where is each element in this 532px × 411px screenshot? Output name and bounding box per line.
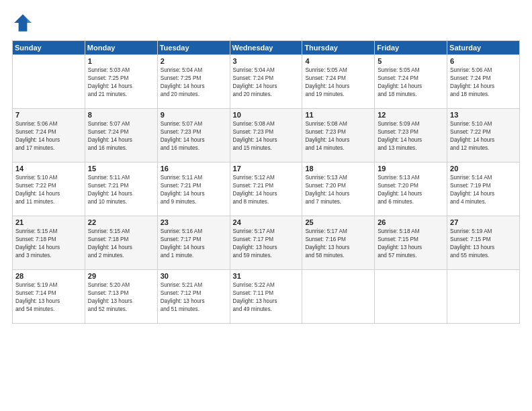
day-number: 22 <box>88 218 154 226</box>
calendar-cell <box>13 55 85 109</box>
day-info: Sunrise: 5:11 AMSunset: 7:21 PMDaylight:… <box>88 174 154 206</box>
calendar-cell: 24Sunrise: 5:17 AMSunset: 7:17 PMDayligh… <box>230 216 302 270</box>
calendar-cell: 12Sunrise: 5:09 AMSunset: 7:23 PMDayligh… <box>375 109 447 163</box>
calendar-cell: 5Sunrise: 5:05 AMSunset: 7:24 PMDaylight… <box>375 55 447 109</box>
day-info: Sunrise: 5:21 AMSunset: 7:12 PMDaylight:… <box>161 281 227 314</box>
calendar-header-tuesday: Tuesday <box>157 41 230 55</box>
calendar-cell: 15Sunrise: 5:11 AMSunset: 7:21 PMDayligh… <box>85 163 157 216</box>
calendar-cell: 23Sunrise: 5:16 AMSunset: 7:17 PMDayligh… <box>157 216 230 270</box>
day-number: 7 <box>15 111 82 119</box>
calendar-table: SundayMondayTuesdayWednesdayThursdayFrid… <box>12 40 520 324</box>
calendar-header-friday: Friday <box>375 41 447 55</box>
calendar-cell <box>375 270 447 324</box>
calendar-cell: 10Sunrise: 5:08 AMSunset: 7:23 PMDayligh… <box>230 109 302 163</box>
day-number: 17 <box>233 165 300 173</box>
calendar-cell: 4Sunrise: 5:05 AMSunset: 7:24 PMDaylight… <box>302 55 375 109</box>
day-number: 27 <box>450 218 517 226</box>
day-info: Sunrise: 5:07 AMSunset: 7:23 PMDaylight:… <box>161 120 227 152</box>
day-number: 16 <box>161 165 227 173</box>
day-number: 3 <box>233 57 300 65</box>
day-info: Sunrise: 5:05 AMSunset: 7:24 PMDaylight:… <box>305 66 371 99</box>
day-info: Sunrise: 5:10 AMSunset: 7:22 PMDaylight:… <box>450 120 517 152</box>
calendar-header-sunday: Sunday <box>13 41 85 55</box>
day-info: Sunrise: 5:03 AMSunset: 7:25 PMDaylight:… <box>88 66 154 99</box>
day-info: Sunrise: 5:07 AMSunset: 7:24 PMDaylight:… <box>88 120 154 152</box>
day-number: 19 <box>378 165 444 173</box>
calendar-header-saturday: Saturday <box>447 41 520 55</box>
calendar-cell: 25Sunrise: 5:17 AMSunset: 7:16 PMDayligh… <box>302 216 375 270</box>
calendar-week-row: 28Sunrise: 5:19 AMSunset: 7:14 PMDayligh… <box>13 270 520 324</box>
calendar-week-row: 7Sunrise: 5:06 AMSunset: 7:24 PMDaylight… <box>13 109 520 163</box>
calendar-cell: 21Sunrise: 5:15 AMSunset: 7:18 PMDayligh… <box>13 216 85 270</box>
day-number: 28 <box>15 272 82 280</box>
day-number: 4 <box>305 57 371 65</box>
calendar-cell: 26Sunrise: 5:18 AMSunset: 7:15 PMDayligh… <box>375 216 447 270</box>
day-info: Sunrise: 5:19 AMSunset: 7:14 PMDaylight:… <box>15 281 82 314</box>
calendar-cell: 9Sunrise: 5:07 AMSunset: 7:23 PMDaylight… <box>157 109 230 163</box>
day-number: 13 <box>450 111 517 119</box>
day-number: 6 <box>450 57 517 65</box>
day-number: 11 <box>305 111 371 119</box>
calendar-cell: 27Sunrise: 5:19 AMSunset: 7:15 PMDayligh… <box>447 216 520 270</box>
day-number: 14 <box>15 165 82 173</box>
day-info: Sunrise: 5:18 AMSunset: 7:15 PMDaylight:… <box>378 228 444 260</box>
calendar-cell: 2Sunrise: 5:04 AMSunset: 7:25 PMDaylight… <box>157 55 230 109</box>
day-info: Sunrise: 5:22 AMSunset: 7:11 PMDaylight:… <box>233 281 300 314</box>
day-info: Sunrise: 5:17 AMSunset: 7:16 PMDaylight:… <box>305 228 371 260</box>
calendar-cell <box>302 270 375 324</box>
day-info: Sunrise: 5:17 AMSunset: 7:17 PMDaylight:… <box>233 228 300 260</box>
calendar-header-wednesday: Wednesday <box>230 41 302 55</box>
day-number: 10 <box>233 111 300 119</box>
day-info: Sunrise: 5:04 AMSunset: 7:25 PMDaylight:… <box>161 66 227 99</box>
day-info: Sunrise: 5:13 AMSunset: 7:20 PMDaylight:… <box>305 174 371 206</box>
day-number: 2 <box>161 57 227 65</box>
calendar-week-row: 21Sunrise: 5:15 AMSunset: 7:18 PMDayligh… <box>13 216 520 270</box>
day-number: 31 <box>233 272 300 280</box>
day-number: 15 <box>88 165 154 173</box>
calendar-cell: 11Sunrise: 5:08 AMSunset: 7:23 PMDayligh… <box>302 109 375 163</box>
logo <box>12 12 36 34</box>
day-info: Sunrise: 5:13 AMSunset: 7:20 PMDaylight:… <box>378 174 444 206</box>
day-info: Sunrise: 5:20 AMSunset: 7:13 PMDaylight:… <box>88 281 154 314</box>
calendar-header-monday: Monday <box>85 41 157 55</box>
day-info: Sunrise: 5:08 AMSunset: 7:23 PMDaylight:… <box>233 120 300 152</box>
calendar-cell: 19Sunrise: 5:13 AMSunset: 7:20 PMDayligh… <box>375 163 447 216</box>
calendar-cell: 1Sunrise: 5:03 AMSunset: 7:25 PMDaylight… <box>85 55 157 109</box>
day-number: 30 <box>161 272 227 280</box>
calendar-cell: 13Sunrise: 5:10 AMSunset: 7:22 PMDayligh… <box>447 109 520 163</box>
calendar-cell: 8Sunrise: 5:07 AMSunset: 7:24 PMDaylight… <box>85 109 157 163</box>
day-number: 12 <box>378 111 444 119</box>
calendar-cell: 31Sunrise: 5:22 AMSunset: 7:11 PMDayligh… <box>230 270 302 324</box>
day-number: 18 <box>305 165 371 173</box>
day-number: 1 <box>88 57 154 65</box>
calendar-cell <box>447 270 520 324</box>
day-number: 26 <box>378 218 444 226</box>
page: SundayMondayTuesdayWednesdayThursdayFrid… <box>0 0 532 411</box>
calendar-cell: 28Sunrise: 5:19 AMSunset: 7:14 PMDayligh… <box>13 270 85 324</box>
day-number: 29 <box>88 272 154 280</box>
day-number: 23 <box>161 218 227 226</box>
calendar-cell: 7Sunrise: 5:06 AMSunset: 7:24 PMDaylight… <box>13 109 85 163</box>
day-number: 5 <box>378 57 444 65</box>
calendar-cell: 17Sunrise: 5:12 AMSunset: 7:21 PMDayligh… <box>230 163 302 216</box>
day-info: Sunrise: 5:15 AMSunset: 7:18 PMDaylight:… <box>15 228 82 260</box>
header <box>12 12 520 34</box>
day-info: Sunrise: 5:08 AMSunset: 7:23 PMDaylight:… <box>305 120 371 152</box>
day-number: 24 <box>233 218 300 226</box>
day-info: Sunrise: 5:16 AMSunset: 7:17 PMDaylight:… <box>161 228 227 260</box>
day-info: Sunrise: 5:19 AMSunset: 7:15 PMDaylight:… <box>450 228 517 260</box>
day-number: 21 <box>15 218 82 226</box>
day-info: Sunrise: 5:11 AMSunset: 7:21 PMDaylight:… <box>161 174 227 206</box>
calendar-cell: 14Sunrise: 5:10 AMSunset: 7:22 PMDayligh… <box>13 163 85 216</box>
logo-icon <box>12 12 34 34</box>
calendar-header-row: SundayMondayTuesdayWednesdayThursdayFrid… <box>13 41 520 55</box>
calendar-cell: 16Sunrise: 5:11 AMSunset: 7:21 PMDayligh… <box>157 163 230 216</box>
calendar-cell: 30Sunrise: 5:21 AMSunset: 7:12 PMDayligh… <box>157 270 230 324</box>
day-info: Sunrise: 5:09 AMSunset: 7:23 PMDaylight:… <box>378 120 444 152</box>
calendar-week-row: 1Sunrise: 5:03 AMSunset: 7:25 PMDaylight… <box>13 55 520 109</box>
day-info: Sunrise: 5:14 AMSunset: 7:19 PMDaylight:… <box>450 174 517 206</box>
day-number: 20 <box>450 165 517 173</box>
day-info: Sunrise: 5:12 AMSunset: 7:21 PMDaylight:… <box>233 174 300 206</box>
day-info: Sunrise: 5:10 AMSunset: 7:22 PMDaylight:… <box>15 174 82 206</box>
calendar-cell: 18Sunrise: 5:13 AMSunset: 7:20 PMDayligh… <box>302 163 375 216</box>
